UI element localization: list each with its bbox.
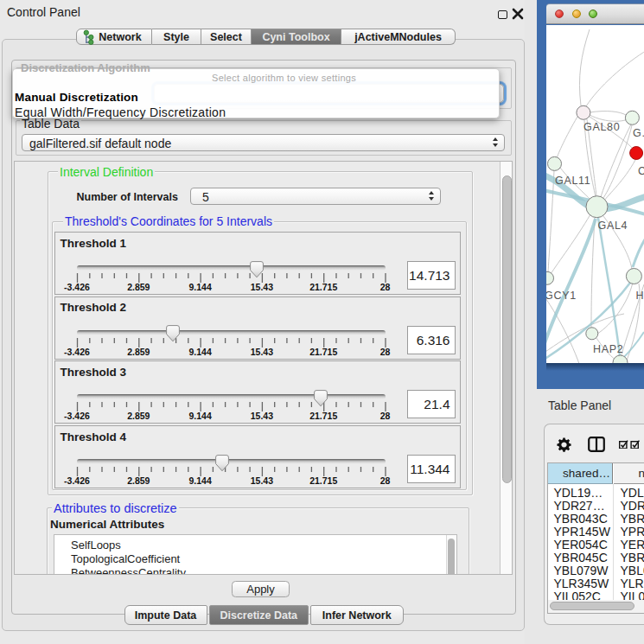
svg-text:GCY1: GCY1 [546, 290, 577, 302]
svg-text:G.: G. [633, 126, 644, 138]
svg-text:C: C [638, 165, 644, 177]
svg-text:HAP2: HAP2 [593, 343, 623, 355]
svg-text:GAL4: GAL4 [598, 219, 628, 231]
svg-text:H: H [636, 290, 644, 302]
svg-text:GAL11: GAL11 [555, 175, 591, 187]
svg-text:GAL80: GAL80 [583, 121, 620, 133]
